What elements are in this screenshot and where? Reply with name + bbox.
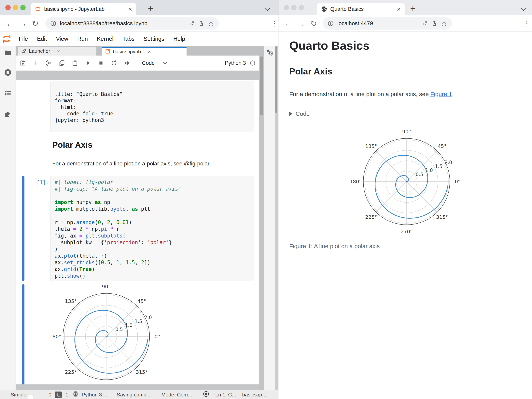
tab-close-icon[interactable]: ×	[397, 6, 401, 12]
back-icon[interactable]: ←	[6, 19, 14, 28]
statusbar-filename: basics.ip...	[242, 392, 266, 398]
browser-tab-title: Quarto Basics	[330, 6, 364, 12]
menu-kernel[interactable]: Kernel	[92, 36, 118, 42]
tab-close-icon[interactable]: ×	[128, 6, 132, 12]
macos-minimize-button[interactable]	[13, 5, 18, 10]
notebook-scroll-area[interactable]: ---title: "Quarto Basics"format: html: c…	[16, 80, 259, 384]
forward-icon[interactable]: →	[19, 19, 27, 28]
close-icon[interactable]: ×	[57, 48, 60, 54]
svg-text:1.0: 1.0	[125, 323, 133, 328]
code-disclosure[interactable]: Code	[289, 110, 310, 117]
open-in-new-icon[interactable]	[189, 20, 195, 26]
restart-kernel-icon[interactable]	[110, 60, 118, 67]
menu-edit[interactable]: Edit	[32, 36, 51, 42]
macos-close-button[interactable]	[5, 5, 11, 10]
running-kernels-icon[interactable]	[4, 68, 12, 77]
browser-menu-icon[interactable]: ⋮	[271, 19, 279, 28]
url-text: localhost:8888/lab/tree/basics.ipynb	[60, 20, 147, 27]
figure-caption: Figure 1: A line plot on a polar axis	[289, 243, 380, 250]
insert-cell-icon[interactable]: +	[32, 60, 39, 67]
polar-plot-figure: 0°45°90°135°180°225°270°315°0.51.01.52.0	[350, 129, 463, 236]
address-bar[interactable]: localhost:4479 ☆	[323, 17, 452, 30]
tab-search-chevron-icon[interactable]	[520, 5, 526, 11]
tab-search-chevron-icon[interactable]	[264, 5, 270, 11]
window-scrollbar[interactable]	[275, 46, 278, 390]
kernel-name[interactable]: Python 3	[225, 60, 246, 66]
restart-run-all-icon[interactable]	[123, 60, 131, 67]
chevron-down-icon[interactable]	[163, 61, 167, 64]
browser-menu-icon[interactable]: ⋮	[523, 19, 531, 28]
close-icon[interactable]: ×	[148, 49, 151, 55]
browser-tab[interactable]: Quarto Basics ×	[317, 3, 405, 15]
notebook-scrollbar[interactable]	[259, 55, 264, 390]
svg-text:225°: 225°	[65, 369, 77, 375]
new-tab-button[interactable]: +	[410, 3, 416, 14]
cell-type-dropdown[interactable]: Code	[142, 60, 155, 66]
cell-execution-prompt: [1]:	[37, 180, 49, 185]
menu-help[interactable]: Help	[169, 36, 190, 42]
cursor-position-text[interactable]: Ln 1, C...	[215, 392, 236, 398]
kernel-status-icon[interactable]	[249, 60, 256, 67]
yaml-frontmatter-cell[interactable]: ---title: "Quarto Basics"format: html: c…	[51, 81, 254, 132]
interrupt-kernel-icon[interactable]	[97, 60, 105, 67]
jupyterlab-statusbar: Simple 0 $_ 1 Python 3 |... Saving compl…	[0, 390, 278, 399]
site-info-icon[interactable]	[328, 20, 334, 27]
paste-cells-icon[interactable]	[71, 60, 78, 67]
reload-icon[interactable]: ↻	[32, 19, 39, 28]
macos-zoom-button[interactable]	[299, 5, 304, 10]
copy-cells-icon[interactable]	[58, 60, 65, 67]
menu-settings[interactable]: Settings	[139, 36, 169, 42]
svg-text:315°: 315°	[136, 369, 148, 375]
menu-tabs[interactable]: Tabs	[118, 36, 139, 42]
bookmark-star-icon[interactable]: ☆	[441, 19, 447, 28]
run-cell-icon[interactable]	[84, 60, 91, 67]
body-paragraph: For a demonstration of a line plot on a …	[289, 91, 454, 98]
jupyterlab-dock: Launcher × basics.ipynb × +	[16, 46, 264, 390]
forward-icon[interactable]: →	[297, 19, 305, 28]
file-browser-icon[interactable]	[4, 49, 12, 58]
macos-minimize-button[interactable]	[291, 5, 297, 10]
terminal-icon[interactable]: $_	[55, 392, 62, 398]
browser-tab[interactable]: basics.ipynb - JupyterLab ×	[31, 3, 136, 15]
jupyter-logo-icon	[2, 34, 12, 44]
svg-text:135°: 135°	[65, 298, 77, 304]
dock-tab-launcher[interactable]: Launcher ×	[18, 47, 97, 55]
cut-cells-icon[interactable]	[45, 60, 52, 67]
table-of-contents-icon[interactable]	[4, 89, 12, 98]
svg-text:0.5: 0.5	[416, 172, 423, 177]
extension-manager-icon[interactable]	[4, 110, 12, 119]
simple-mode-label: Simple	[11, 392, 26, 398]
cell-collapser[interactable]	[22, 176, 25, 281]
kernel-status-text[interactable]: Python 3 |...	[82, 392, 109, 398]
new-tab-button[interactable]: +	[148, 3, 153, 14]
property-inspector-gears-icon[interactable]	[266, 48, 274, 57]
output-collapser[interactable]	[22, 284, 25, 384]
bookmark-star-icon[interactable]: ☆	[208, 19, 214, 28]
address-bar[interactable]: localhost:8888/lab/tree/basics.ipynb ☆	[45, 17, 219, 30]
menu-run[interactable]: Run	[73, 36, 92, 42]
share-icon[interactable]	[198, 20, 204, 26]
save-icon[interactable]	[19, 60, 26, 67]
open-in-new-icon[interactable]	[422, 20, 428, 26]
menu-view[interactable]: View	[51, 36, 73, 42]
site-info-icon[interactable]	[50, 20, 56, 27]
dock-tab-notebook[interactable]: basics.ipynb ×	[102, 47, 187, 55]
macos-zoom-button[interactable]	[20, 5, 26, 10]
section-heading: Polar Axis	[289, 66, 332, 77]
reload-icon[interactable]: ↻	[310, 19, 317, 28]
right-sidebar	[264, 46, 275, 390]
kernel-chip-icon[interactable]	[72, 391, 79, 399]
terminals-count: 0	[49, 392, 51, 398]
command-mode-text[interactable]: Mode: Com...	[161, 392, 192, 398]
figure-1-link[interactable]: Figure 1	[430, 91, 452, 97]
circle-x-icon[interactable]	[203, 391, 209, 399]
back-icon[interactable]: ←	[284, 19, 292, 28]
menu-file[interactable]: File	[14, 36, 32, 42]
code-cell[interactable]: #| label: fig-polar#| fig-cap: "A line p…	[51, 176, 254, 281]
macos-close-button[interactable]	[284, 5, 289, 10]
svg-text:270°: 270°	[401, 229, 412, 234]
share-icon[interactable]	[431, 20, 437, 26]
jupyter-favicon-icon	[34, 6, 41, 12]
svg-text:0°: 0°	[154, 334, 160, 339]
notebook-panel: +	[16, 55, 259, 390]
